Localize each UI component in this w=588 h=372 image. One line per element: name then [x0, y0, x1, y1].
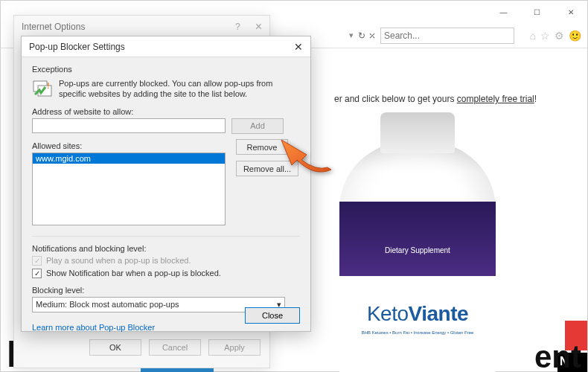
minimize-button[interactable]: — [487, 1, 520, 23]
bottle-label-top: Dietary Supplement [339, 202, 496, 276]
internet-options-close-icon[interactable]: × [255, 20, 262, 33]
notifications-heading: Notifications and blocking level: [32, 244, 300, 253]
promo-text: er and click below to get yours complete… [334, 94, 537, 104]
refresh-icon[interactable]: ↻ [358, 31, 365, 41]
remove-all-button[interactable]: Remove all... [236, 161, 298, 176]
close-button[interactable]: Close [245, 307, 300, 324]
apply-button[interactable]: Apply [208, 339, 261, 356]
blocking-level-label: Blocking level: [32, 286, 300, 295]
remove-button[interactable]: Remove [236, 139, 288, 155]
favorites-icon[interactable]: ☆ [540, 30, 550, 42]
exceptions-description: Pop-ups are currently blocked. You can a… [59, 78, 300, 100]
headline-right: ent [534, 343, 581, 371]
address-input[interactable] [32, 118, 226, 133]
free-trial-link[interactable]: completely free trial [457, 94, 534, 104]
cancel-button[interactable]: Cancel [149, 339, 201, 356]
ok-button[interactable]: OK [89, 339, 141, 356]
settings-gear-icon[interactable]: ⚙ [555, 30, 564, 42]
popup-blocker-title: Pop-up Blocker Settings [29, 42, 125, 52]
add-button[interactable]: Add [231, 118, 284, 134]
internet-options-titlebar: Internet Options ? × [14, 16, 269, 38]
exceptions-heading: Exceptions [32, 65, 300, 74]
feedback-smile-icon[interactable]: 🙂 [569, 30, 581, 42]
stop-icon[interactable]: ⤫ [368, 31, 376, 41]
allowed-sites-list[interactable]: www.mgid.com [32, 153, 226, 225]
popup-blocker-close-icon[interactable]: ✕ [294, 41, 303, 53]
product-tagline: BHB Ketones • Burn Fat • Increase Energy… [339, 330, 496, 335]
popup-blocker-titlebar: Pop-up Blocker Settings ✕ [22, 36, 310, 57]
popup-blocker-dialog: Pop-up Blocker Settings ✕ Exceptions ! P… [21, 36, 311, 332]
svg-text:!: ! [47, 82, 49, 90]
list-item[interactable]: www.mgid.com [33, 153, 225, 164]
bottle-label-mid: KetoViante BHB Ketones • Burn Fat • Incr… [339, 276, 496, 372]
play-sound-checkbox[interactable]: ✓ [32, 256, 42, 266]
url-dropdown-icon[interactable]: ▾ [349, 31, 354, 40]
learn-more-link[interactable]: Learn more about Pop-up Blocker [32, 323, 155, 332]
product-bottle: Dietary Supplement KetoViante BHB Ketone… [339, 112, 496, 372]
help-icon[interactable]: ? [235, 22, 240, 32]
bottle-cap [380, 112, 455, 153]
product-logo: KetoViante [339, 302, 496, 326]
home-icon[interactable]: ⌂ [530, 30, 536, 42]
internet-options-title: Internet Options [22, 22, 85, 32]
search-input[interactable] [380, 28, 514, 44]
show-notification-label: Show Notification bar when a pop-up is b… [46, 269, 221, 278]
show-notification-checkbox[interactable]: ✓ [32, 269, 42, 278]
popup-blocker-icon: ! [32, 78, 53, 99]
address-label: Address of website to allow: [32, 107, 300, 116]
play-sound-label: Play a sound when a pop-up is blocked. [46, 256, 191, 265]
window-close-button[interactable]: ✕ [554, 1, 587, 23]
maximize-button[interactable]: ☐ [520, 1, 554, 23]
